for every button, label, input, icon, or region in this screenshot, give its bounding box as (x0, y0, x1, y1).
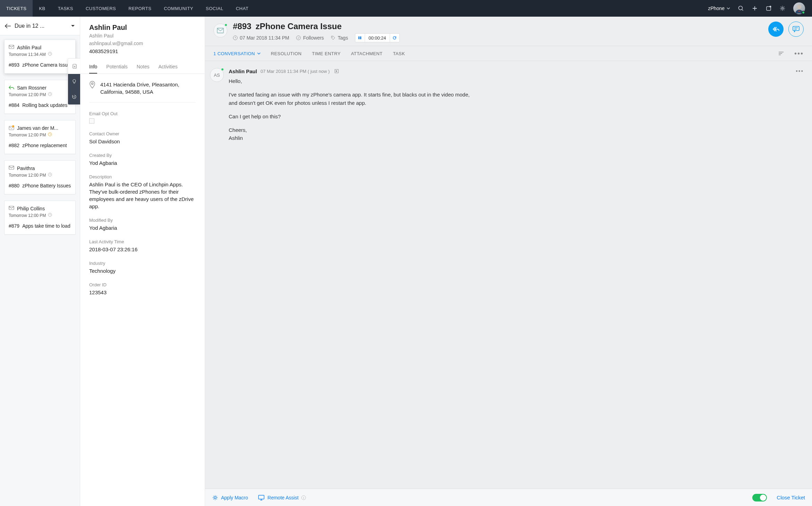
tab-time-entry[interactable]: TIME ENTRY (312, 51, 341, 56)
content-footer: Apply Macro Remote Assist Close Ticket (205, 489, 812, 506)
timer-value: 00:00:24 (365, 35, 390, 41)
expand-icon[interactable] (335, 69, 339, 73)
topnav: TICKETS KB TASKS CUSTOMERS REPORTS COMMU… (0, 0, 255, 17)
plus-icon[interactable] (752, 5, 758, 11)
rail-suggestion-icon[interactable] (68, 74, 80, 89)
user-avatar[interactable] (793, 2, 805, 14)
apply-macro-button[interactable]: Apply Macro (212, 495, 248, 501)
contact-name: Ashlin Paul (89, 24, 196, 32)
portal-selector[interactable]: zPhone (708, 6, 730, 11)
tab-task[interactable]: TASK (393, 51, 405, 56)
ticket-content: #893 zPhone Camera Issue 07 Mar 2018 11:… (205, 17, 812, 506)
clock-icon (48, 213, 53, 218)
tab-resolution[interactable]: RESOLUTION (271, 51, 302, 56)
topbar: TICKETS KB TASKS CUSTOMERS REPORTS COMMU… (0, 0, 812, 17)
ticket-num: #880 (9, 183, 19, 188)
gear-icon[interactable] (779, 5, 786, 11)
chevron-down-icon[interactable] (71, 25, 75, 27)
comment-button[interactable] (788, 22, 804, 37)
channel-icon (9, 125, 14, 131)
close-ticket-button[interactable]: Close Ticket (777, 495, 805, 500)
portal-name: zPhone (708, 6, 725, 11)
timer: 00:00:24 (355, 33, 400, 42)
info-icon[interactable] (301, 495, 306, 500)
ticket-card[interactable]: Philip CollinsTomorrow 12:00 PM#879 Apps… (4, 201, 76, 235)
remote-assist-button[interactable]: Remote Assist (258, 495, 306, 500)
channel-icon (9, 45, 14, 50)
nav-chat[interactable]: CHAT (230, 0, 255, 17)
value-modified-by: Yod Agbaria (89, 224, 196, 231)
status-toggle[interactable] (752, 494, 767, 501)
checkbox-email-opt-out[interactable] (89, 118, 94, 124)
channel-icon (9, 206, 14, 211)
ticket-sender: Philip Collins (17, 206, 45, 211)
content-tabs: 1 CONVERSATION RESOLUTION TIME ENTRY ATT… (205, 46, 812, 61)
nav-social[interactable]: SOCIAL (200, 0, 230, 17)
svg-rect-20 (358, 36, 360, 39)
rail-history-icon[interactable] (68, 89, 80, 104)
svg-rect-16 (217, 28, 223, 33)
tab-conversation[interactable]: 1 CONVERSATION (213, 51, 261, 56)
ticket-card[interactable]: Ashlin PaulTomorrow 11:34 AM#893 zPhone … (4, 40, 76, 74)
tab-potentials[interactable]: Potentials (106, 60, 127, 74)
message-more-icon[interactable]: ••• (796, 68, 804, 74)
contact-panel: Ashlin Paul Ashlin Paul ashlinpaul.w@gma… (80, 17, 205, 506)
ticket-num: #879 (9, 223, 19, 229)
nav-customers[interactable]: CUSTOMERS (79, 0, 122, 17)
search-icon[interactable] (738, 5, 744, 11)
svg-rect-25 (259, 495, 264, 499)
message: AS Ashlin Paul 07 Mar 2018 11:34 PM ( ju… (210, 68, 804, 148)
contact-phone[interactable]: 4083529191 (89, 48, 196, 54)
timer-refresh-button[interactable] (390, 34, 399, 42)
nav-reports[interactable]: REPORTS (122, 0, 158, 17)
topbar-right: zPhone (708, 2, 812, 14)
ticket-card[interactable]: Sam RossnerTomorrow 12:00 PM#884 Rolling… (4, 80, 76, 114)
channel-icon (9, 166, 14, 171)
svg-point-4 (797, 5, 801, 9)
more-icon[interactable]: ••• (794, 50, 804, 58)
rail-attachment-icon[interactable] (68, 59, 80, 74)
nav-kb[interactable]: KB (33, 0, 51, 17)
ticket-subject: zPhone Battery Issues (22, 183, 71, 188)
nav-tasks[interactable]: TASKS (52, 0, 79, 17)
ticket-num: #893 (9, 62, 19, 68)
view-title[interactable]: Due in 12 ... (15, 23, 67, 29)
ticket-card[interactable]: James van der M...Tomorrow 12:00 PM#882 … (4, 120, 76, 154)
contact-account: Ashlin Paul (89, 33, 196, 39)
header-actions (768, 22, 804, 37)
contact-email[interactable]: ashlinpaul.w@gmail.com (89, 41, 196, 46)
nav-tickets[interactable]: TICKETS (0, 0, 33, 17)
channel-email-icon (213, 24, 227, 37)
notification-icon[interactable] (766, 5, 772, 11)
label-contact-owner: Contact Owner (89, 131, 196, 136)
reply-all-button[interactable] (768, 22, 784, 37)
ticket-card[interactable]: PavithraTomorrow 12:00 PM#880 zPhone Bat… (4, 160, 76, 194)
ticket-followers[interactable]: Followers (296, 35, 324, 41)
side-rail (68, 58, 80, 105)
label-order-id: Order ID (89, 282, 196, 287)
value-description: Ashlin Paul is the CEO of Linchpin Apps.… (89, 181, 196, 210)
tab-notes[interactable]: Notes (137, 60, 150, 74)
clock-icon (48, 52, 53, 57)
sort-icon[interactable] (778, 51, 784, 56)
ticket-subject: zPhone replacement (22, 143, 67, 148)
contact-address: 4141 Hacienda Drive, Pleasanton, Califor… (100, 81, 196, 95)
tab-info[interactable]: Info (89, 60, 97, 74)
ticket-num: #882 (9, 143, 19, 148)
clock-icon (48, 92, 53, 98)
value-industry: Technology (89, 267, 196, 275)
svg-rect-5 (9, 45, 14, 49)
ticket-due: Tomorrow 12:00 PM (9, 213, 46, 218)
timer-pause-button[interactable] (355, 34, 365, 42)
tab-activities[interactable]: Activities (158, 60, 177, 74)
ticket-sender: Ashlin Paul (17, 45, 41, 50)
status-online-dot (802, 11, 805, 14)
back-icon[interactable] (5, 24, 11, 28)
ticket-tags[interactable]: Tags (331, 35, 348, 41)
nav-community[interactable]: COMMUNITY (158, 0, 200, 17)
message-author: Ashlin Paul (229, 68, 257, 74)
label-modified-by: Modified By (89, 218, 196, 223)
ticket-sender: Sam Rossner (17, 85, 46, 91)
tab-attachment[interactable]: ATTACHMENT (351, 51, 383, 56)
svg-rect-21 (360, 36, 361, 39)
